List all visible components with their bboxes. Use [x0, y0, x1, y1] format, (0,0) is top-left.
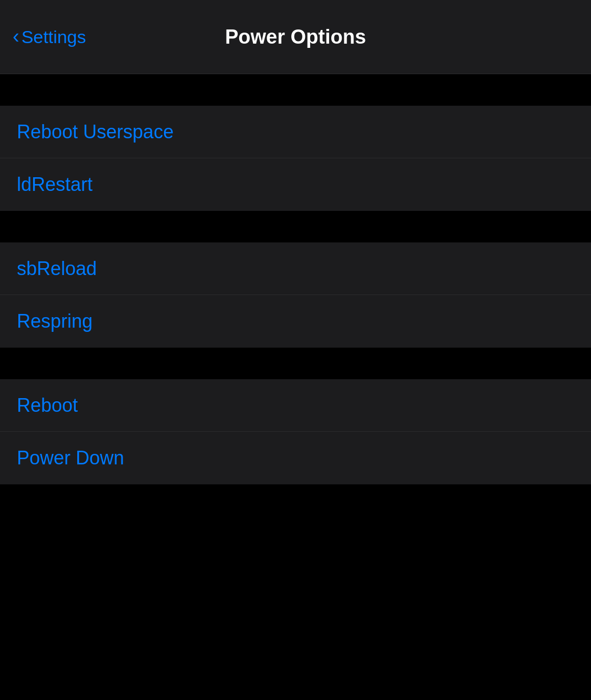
- reboot-item[interactable]: Reboot: [0, 379, 591, 432]
- back-button[interactable]: ‹ Settings: [13, 27, 86, 47]
- back-button-label: Settings: [22, 27, 86, 47]
- list-group-2: sbReload Respring: [0, 242, 591, 348]
- respring-item[interactable]: Respring: [0, 295, 591, 348]
- reboot-userspace-item[interactable]: Reboot Userspace: [0, 106, 591, 158]
- section-spacer-1: [0, 74, 591, 106]
- navigation-header: ‹ Settings Power Options: [0, 0, 591, 74]
- section-spacer-3: [0, 348, 591, 379]
- list-group-3: Reboot Power Down: [0, 379, 591, 484]
- back-chevron-icon: ‹: [13, 26, 19, 46]
- section-spacer-2: [0, 211, 591, 242]
- list-group-1: Reboot Userspace ldRestart: [0, 106, 591, 211]
- ldrestart-item[interactable]: ldRestart: [0, 158, 591, 211]
- power-down-label: Power Down: [17, 447, 124, 469]
- ldrestart-label: ldRestart: [17, 174, 93, 196]
- power-down-item[interactable]: Power Down: [0, 432, 591, 484]
- sbreload-label: sbReload: [17, 258, 97, 280]
- sbreload-item[interactable]: sbReload: [0, 242, 591, 295]
- reboot-label: Reboot: [17, 394, 78, 417]
- section-spacer-4: [0, 484, 591, 516]
- respring-label: Respring: [17, 310, 93, 332]
- page-title: Power Options: [225, 26, 366, 48]
- reboot-userspace-label: Reboot Userspace: [17, 121, 174, 143]
